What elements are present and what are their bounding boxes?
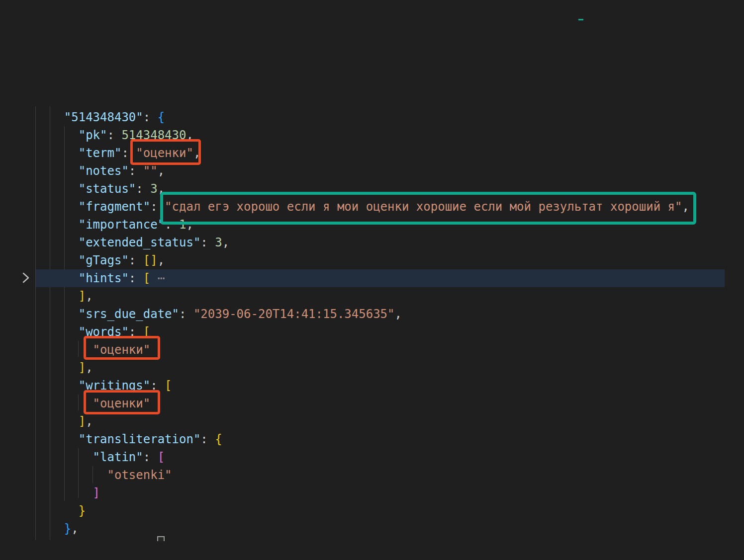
- writings-highlight-box: [84, 390, 160, 414]
- code-token: [35, 128, 79, 142]
- code-token: [35, 504, 79, 518]
- code-token: :: [200, 432, 215, 446]
- code-token: }: [64, 522, 71, 536]
- code-token: ,: [71, 522, 78, 536]
- code-token: [35, 110, 64, 124]
- code-token: 3: [150, 182, 157, 196]
- code-line-10: ],: [35, 287, 689, 305]
- code-token: :: [200, 236, 215, 249]
- code-token: [35, 432, 79, 446]
- code-token: [35, 182, 79, 196]
- code-token: "importance": [79, 218, 165, 232]
- fragment-highlight-box: [160, 192, 696, 225]
- code-line-23: },: [35, 520, 689, 538]
- code-line-17: ],: [35, 412, 689, 430]
- code-token: "status": [79, 182, 136, 196]
- code-token: ,: [86, 289, 93, 303]
- grey-partial-box-artifact: [157, 536, 165, 541]
- code-token: [35, 146, 79, 160]
- code-line-22: }: [35, 502, 689, 520]
- code-token: [35, 522, 64, 536]
- code-token: "gTags": [79, 253, 129, 267]
- code-token: "": [143, 164, 158, 178]
- json-code-block[interactable]: "514348430": { "pk": 514348430, "term": …: [35, 108, 689, 538]
- code-token: [35, 379, 79, 393]
- code-token: [35, 450, 93, 464]
- code-token: [35, 486, 93, 500]
- code-token: [35, 200, 79, 214]
- code-line-14: ],: [35, 359, 689, 377]
- code-token: [35, 218, 79, 232]
- code-line-8: "gTags": [],: [35, 251, 689, 269]
- code-token: ,: [158, 253, 165, 267]
- code-token: "fragment": [79, 200, 151, 214]
- code-token: "2039-06-20T14:41:15.345635": [193, 307, 395, 321]
- code-token: [35, 164, 79, 178]
- code-token: {: [215, 432, 222, 446]
- code-line-20: "otsenki": [35, 466, 689, 484]
- code-token: "transliteration": [79, 432, 201, 446]
- code-token: ]: [79, 361, 86, 375]
- code-token: [35, 307, 79, 321]
- code-token: ,: [222, 236, 229, 249]
- code-token: ]: [79, 289, 86, 303]
- code-token: [35, 271, 79, 285]
- code-token: {: [158, 110, 165, 124]
- code-token: ,: [394, 307, 401, 321]
- code-token: "extended_status": [79, 236, 201, 249]
- code-token: [35, 414, 79, 428]
- code-line-0: "514348430": {: [35, 108, 689, 126]
- code-token: :: [129, 253, 143, 267]
- code-line-11: "srs_due_date": "2039-06-20T14:41:15.345…: [35, 305, 689, 323]
- code-token: [35, 468, 107, 482]
- code-token: "hints": [79, 271, 129, 285]
- code-token: :: [129, 164, 143, 178]
- code-token: "srs_due_date": [79, 307, 179, 321]
- code-line-19: "latin": [: [35, 448, 689, 466]
- words-highlight-box: [84, 336, 160, 360]
- code-token: "514348430": [64, 110, 143, 124]
- code-token: :: [107, 128, 122, 142]
- code-token: "otsenki": [107, 468, 172, 482]
- code-token: [35, 236, 79, 249]
- code-token: "pk": [79, 128, 107, 142]
- code-token: }: [79, 504, 86, 518]
- code-token: [: [158, 450, 165, 464]
- code-token: :: [129, 271, 143, 285]
- code-token: :: [179, 307, 193, 321]
- term-highlight-box: [130, 139, 201, 165]
- code-token: [: [165, 379, 172, 393]
- code-token: "latin": [93, 450, 143, 464]
- code-token: ]: [93, 486, 100, 500]
- code-token: ]: [79, 414, 86, 428]
- code-token: ⋯: [150, 271, 165, 285]
- code-token: ,: [86, 361, 93, 375]
- code-token: [35, 289, 79, 303]
- code-token: []: [143, 253, 158, 267]
- editor-viewport[interactable]: "514348430": { "pk": 514348430, "term": …: [0, 0, 744, 560]
- code-token: [35, 361, 79, 375]
- fold-chevron-icon[interactable]: [19, 271, 33, 285]
- code-token: "term": [79, 146, 122, 160]
- code-token: :: [143, 450, 158, 464]
- code-token: [35, 325, 79, 339]
- code-token: [35, 253, 79, 267]
- code-line-18: "transliteration": {: [35, 430, 689, 448]
- teal-dash-artifact: [578, 19, 583, 20]
- code-token: [: [143, 271, 150, 285]
- code-token: ,: [158, 164, 165, 178]
- code-token: "notes": [79, 164, 129, 178]
- code-line-9: "hints": [ ⋯: [35, 269, 689, 287]
- code-line-21: ]: [35, 484, 689, 502]
- code-token: ,: [86, 414, 93, 428]
- code-line-7: "extended_status": 3,: [35, 234, 689, 251]
- code-token: :: [143, 110, 158, 124]
- code-token: 3: [215, 236, 222, 249]
- code-token: :: [136, 182, 150, 196]
